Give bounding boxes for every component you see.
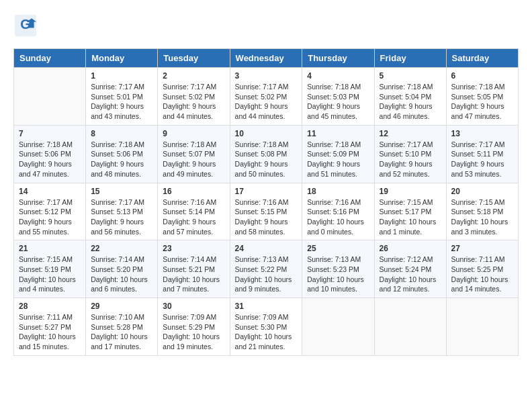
calendar-week-row: 14 Sunrise: 7:17 AM Sunset: 5:12 PM Dayl…: [14, 183, 519, 240]
header: G: [13, 13, 519, 38]
day-info: Sunrise: 7:18 AM Sunset: 5:09 PM Dayligh…: [307, 140, 369, 179]
day-info: Sunrise: 7:15 AM Sunset: 5:19 PM Dayligh…: [19, 255, 81, 294]
calendar-cell: [446, 298, 518, 356]
day-number: 16: [163, 187, 224, 196]
sunrise-label: Sunrise: 7:15 AM: [19, 255, 73, 263]
daylight-label: Daylight: 9 hours and 46 minutes.: [380, 102, 433, 120]
day-header: Monday: [86, 49, 158, 68]
sunset-label: Sunset: 5:16 PM: [307, 208, 359, 216]
daylight-label: Daylight: 9 hours and 57 minutes.: [163, 218, 216, 236]
sunrise-label: Sunrise: 7:18 AM: [307, 83, 361, 91]
daylight-label: Daylight: 10 hours and 12 minutes.: [380, 275, 437, 293]
calendar-cell: 17 Sunrise: 7:16 AM Sunset: 5:15 PM Dayl…: [230, 183, 302, 240]
daylight-label: Daylight: 10 hours and 10 minutes.: [307, 275, 364, 293]
sunrise-label: Sunrise: 7:17 AM: [163, 83, 216, 91]
daylight-label: Daylight: 10 hours and 6 minutes.: [91, 275, 148, 293]
calendar-cell: 26 Sunrise: 7:12 AM Sunset: 5:24 PM Dayl…: [374, 240, 446, 298]
day-info: Sunrise: 7:17 AM Sunset: 5:01 PM Dayligh…: [91, 82, 152, 122]
sunset-label: Sunset: 5:28 PM: [91, 323, 143, 331]
calendar-week-row: 1 Sunrise: 7:17 AM Sunset: 5:01 PM Dayli…: [14, 68, 519, 126]
day-info: Sunrise: 7:13 AM Sunset: 5:22 PM Dayligh…: [235, 255, 298, 294]
day-info: Sunrise: 7:16 AM Sunset: 5:14 PM Dayligh…: [163, 197, 224, 237]
day-number: 22: [91, 244, 152, 253]
sunrise-label: Sunrise: 7:11 AM: [451, 255, 505, 263]
calendar-cell: 8 Sunrise: 7:18 AM Sunset: 5:06 PM Dayli…: [86, 125, 158, 183]
sunset-label: Sunset: 5:04 PM: [380, 93, 432, 101]
sunset-label: Sunset: 5:07 PM: [163, 150, 215, 158]
day-info: Sunrise: 7:16 AM Sunset: 5:15 PM Dayligh…: [235, 197, 298, 237]
day-number: 5: [380, 71, 441, 81]
calendar-cell: [14, 68, 86, 126]
sunset-label: Sunset: 5:08 PM: [235, 150, 287, 158]
daylight-label: Daylight: 10 hours and 17 minutes.: [91, 332, 148, 351]
day-info: Sunrise: 7:17 AM Sunset: 5:13 PM Dayligh…: [91, 197, 152, 237]
calendar-cell: 3 Sunrise: 7:17 AM Sunset: 5:02 PM Dayli…: [230, 68, 302, 126]
day-info: Sunrise: 7:18 AM Sunset: 5:04 PM Dayligh…: [380, 82, 441, 122]
calendar-cell: 30 Sunrise: 7:09 AM Sunset: 5:29 PM Dayl…: [158, 298, 230, 356]
sunset-label: Sunset: 5:25 PM: [451, 265, 504, 273]
calendar-cell: [374, 298, 446, 356]
sunrise-label: Sunrise: 7:17 AM: [235, 83, 289, 91]
day-header: Sunday: [14, 49, 86, 68]
sunset-label: Sunset: 5:22 PM: [235, 265, 287, 273]
day-info: Sunrise: 7:09 AM Sunset: 5:30 PM Dayligh…: [235, 312, 298, 352]
day-info: Sunrise: 7:11 AM Sunset: 5:25 PM Dayligh…: [451, 255, 513, 294]
day-number: 11: [307, 129, 369, 138]
sunset-label: Sunset: 5:29 PM: [163, 323, 215, 331]
sunset-label: Sunset: 5:12 PM: [19, 208, 71, 216]
calendar-cell: 19 Sunrise: 7:15 AM Sunset: 5:17 PM Dayl…: [374, 183, 446, 240]
day-info: Sunrise: 7:14 AM Sunset: 5:20 PM Dayligh…: [91, 255, 152, 294]
daylight-label: Daylight: 9 hours and 56 minutes.: [91, 218, 144, 236]
sunset-label: Sunset: 5:24 PM: [380, 265, 432, 273]
day-info: Sunrise: 7:09 AM Sunset: 5:29 PM Dayligh…: [163, 312, 224, 352]
sunrise-label: Sunrise: 7:10 AM: [91, 313, 144, 321]
daylight-label: Daylight: 9 hours and 44 minutes.: [163, 102, 216, 120]
sunset-label: Sunset: 5:06 PM: [19, 150, 71, 158]
sunrise-label: Sunrise: 7:13 AM: [307, 255, 361, 263]
day-header: Thursday: [302, 49, 374, 68]
sunset-label: Sunset: 5:18 PM: [451, 208, 504, 216]
day-header: Tuesday: [158, 49, 230, 68]
sunrise-label: Sunrise: 7:16 AM: [163, 198, 216, 206]
day-info: Sunrise: 7:18 AM Sunset: 5:06 PM Dayligh…: [19, 140, 81, 179]
sunset-label: Sunset: 5:02 PM: [163, 93, 215, 101]
day-number: 10: [235, 129, 298, 138]
day-number: 29: [91, 302, 152, 311]
day-number: 13: [451, 129, 513, 138]
day-number: 14: [19, 187, 81, 196]
day-number: 25: [307, 244, 369, 253]
calendar-cell: 7 Sunrise: 7:18 AM Sunset: 5:06 PM Dayli…: [14, 125, 86, 183]
sunrise-label: Sunrise: 7:17 AM: [380, 140, 433, 148]
daylight-label: Daylight: 9 hours and 50 minutes.: [235, 160, 288, 178]
sunset-label: Sunset: 5:19 PM: [19, 265, 71, 273]
sunset-label: Sunset: 5:21 PM: [163, 265, 215, 273]
sunset-label: Sunset: 5:06 PM: [91, 150, 143, 158]
sunset-label: Sunset: 5:30 PM: [235, 323, 287, 331]
daylight-label: Daylight: 10 hours and 4 minutes.: [19, 275, 76, 293]
day-number: 2: [163, 71, 224, 81]
day-number: 15: [91, 187, 152, 196]
calendar-cell: 13 Sunrise: 7:17 AM Sunset: 5:11 PM Dayl…: [446, 125, 518, 183]
daylight-label: Daylight: 9 hours and 55 minutes.: [19, 218, 72, 236]
calendar-cell: [302, 298, 374, 356]
day-number: 27: [451, 244, 513, 253]
calendar-cell: 31 Sunrise: 7:09 AM Sunset: 5:30 PM Dayl…: [230, 298, 302, 356]
day-info: Sunrise: 7:15 AM Sunset: 5:17 PM Dayligh…: [380, 197, 441, 237]
sunrise-label: Sunrise: 7:15 AM: [380, 198, 433, 206]
sunrise-label: Sunrise: 7:18 AM: [163, 140, 216, 148]
calendar-cell: 6 Sunrise: 7:18 AM Sunset: 5:05 PM Dayli…: [446, 68, 518, 126]
sunrise-label: Sunrise: 7:17 AM: [451, 140, 505, 148]
sunset-label: Sunset: 5:10 PM: [380, 150, 432, 158]
calendar-cell: 9 Sunrise: 7:18 AM Sunset: 5:07 PM Dayli…: [158, 125, 230, 183]
day-info: Sunrise: 7:10 AM Sunset: 5:28 PM Dayligh…: [91, 312, 152, 352]
sunrise-label: Sunrise: 7:12 AM: [380, 255, 433, 263]
daylight-label: Daylight: 9 hours and 51 minutes.: [307, 160, 360, 178]
day-info: Sunrise: 7:18 AM Sunset: 5:07 PM Dayligh…: [163, 140, 224, 179]
sunrise-label: Sunrise: 7:18 AM: [451, 83, 505, 91]
day-number: 23: [163, 244, 224, 253]
day-number: 9: [163, 129, 224, 138]
sunset-label: Sunset: 5:27 PM: [19, 323, 71, 331]
day-number: 1: [91, 71, 152, 81]
day-info: Sunrise: 7:14 AM Sunset: 5:21 PM Dayligh…: [163, 255, 224, 294]
sunrise-label: Sunrise: 7:09 AM: [163, 313, 216, 321]
